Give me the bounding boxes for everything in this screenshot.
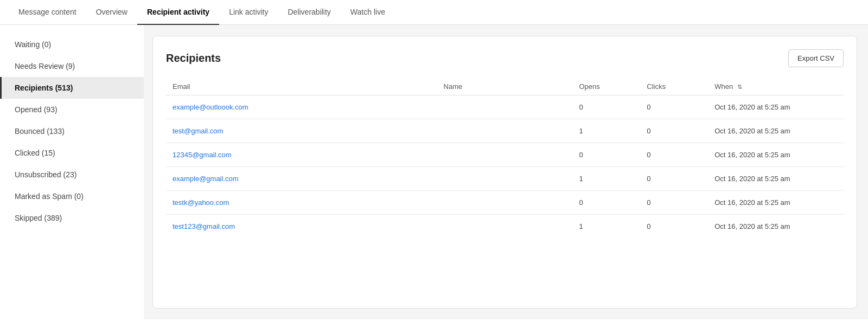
table-row: test123@gmail.com10Oct 16, 2020 at 5:25 …: [166, 215, 844, 239]
content-panel: Recipients Export CSV EmailNameOpensClic…: [152, 36, 857, 309]
table-row: 12345@gmail.com00Oct 16, 2020 at 5:25 am: [166, 143, 844, 167]
opens-cell: 0: [572, 95, 640, 119]
opens-cell: 0: [572, 191, 640, 215]
col-header-email: Email: [166, 78, 437, 95]
when-cell: Oct 16, 2020 at 5:25 am: [708, 143, 844, 167]
opens-cell: 1: [572, 119, 640, 143]
top-navigation: Message contentOverviewRecipient activit…: [0, 0, 868, 25]
table-row: testk@yahoo.com00Oct 16, 2020 at 5:25 am: [166, 191, 844, 215]
opens-cell: 1: [572, 167, 640, 191]
email-link[interactable]: example@gmail.com: [173, 175, 239, 183]
name-cell: [437, 215, 573, 239]
table-body: example@outloook.com00Oct 16, 2020 at 5:…: [166, 95, 844, 239]
sidebar-item-skipped[interactable]: Skipped (389): [0, 207, 144, 229]
col-header-when[interactable]: When ⇅: [708, 78, 844, 95]
tab-message-content[interactable]: Message content: [9, 0, 86, 25]
main-layout: Waiting (0)Needs Review (9)Recipients (5…: [0, 25, 868, 319]
table-header: EmailNameOpensClicksWhen ⇅: [166, 78, 844, 95]
col-header-opens: Opens: [572, 78, 640, 95]
col-header-name: Name: [437, 78, 573, 95]
table-row: example@outloook.com00Oct 16, 2020 at 5:…: [166, 95, 844, 119]
tab-overview[interactable]: Overview: [86, 0, 137, 25]
table-row: test@gmail.com10Oct 16, 2020 at 5:25 am: [166, 119, 844, 143]
table-row: example@gmail.com10Oct 16, 2020 at 5:25 …: [166, 167, 844, 191]
clicks-cell: 0: [640, 215, 708, 239]
tab-watch-live[interactable]: Watch live: [341, 0, 395, 25]
sidebar-item-waiting[interactable]: Waiting (0): [0, 34, 144, 55]
opens-cell: 1: [572, 215, 640, 239]
recipients-table: EmailNameOpensClicksWhen ⇅ example@outlo…: [166, 78, 844, 238]
name-cell: [437, 143, 573, 167]
name-cell: [437, 191, 573, 215]
recipients-header: Recipients Export CSV: [166, 49, 844, 67]
sidebar: Waiting (0)Needs Review (9)Recipients (5…: [0, 25, 144, 319]
sidebar-item-needs-review[interactable]: Needs Review (9): [0, 55, 144, 77]
sidebar-item-opened[interactable]: Opened (93): [0, 99, 144, 120]
clicks-cell: 0: [640, 191, 708, 215]
email-link[interactable]: test@gmail.com: [173, 127, 223, 135]
when-cell: Oct 16, 2020 at 5:25 am: [708, 95, 844, 119]
sidebar-item-recipients[interactable]: Recipients (513): [0, 77, 144, 99]
tab-recipient-activity[interactable]: Recipient activity: [137, 0, 219, 25]
clicks-cell: 0: [640, 167, 708, 191]
clicks-cell: 0: [640, 119, 708, 143]
when-cell: Oct 16, 2020 at 5:25 am: [708, 167, 844, 191]
email-link[interactable]: test123@gmail.com: [173, 222, 235, 230]
when-cell: Oct 16, 2020 at 5:25 am: [708, 215, 844, 239]
opens-cell: 0: [572, 143, 640, 167]
when-cell: Oct 16, 2020 at 5:25 am: [708, 119, 844, 143]
table-header-row: EmailNameOpensClicksWhen ⇅: [166, 78, 844, 95]
name-cell: [437, 119, 573, 143]
sidebar-item-clicked[interactable]: Clicked (15): [0, 142, 144, 164]
email-link[interactable]: 12345@gmail.com: [173, 151, 232, 159]
sort-icon: ⇅: [737, 84, 742, 90]
sidebar-item-marked-as-spam[interactable]: Marked as Spam (0): [0, 185, 144, 207]
email-link[interactable]: example@outloook.com: [173, 103, 248, 111]
clicks-cell: 0: [640, 143, 708, 167]
name-cell: [437, 167, 573, 191]
sidebar-item-unsubscribed[interactable]: Unsubscribed (23): [0, 164, 144, 185]
tab-deliverability[interactable]: Deliverability: [278, 0, 341, 25]
tab-link-activity[interactable]: Link activity: [219, 0, 278, 25]
name-cell: [437, 95, 573, 119]
when-cell: Oct 16, 2020 at 5:25 am: [708, 191, 844, 215]
recipients-title: Recipients: [166, 52, 221, 65]
sidebar-item-bounced[interactable]: Bounced (133): [0, 120, 144, 142]
export-csv-button[interactable]: Export CSV: [788, 49, 844, 67]
col-header-clicks: Clicks: [640, 78, 708, 95]
email-link[interactable]: testk@yahoo.com: [173, 198, 229, 207]
clicks-cell: 0: [640, 95, 708, 119]
